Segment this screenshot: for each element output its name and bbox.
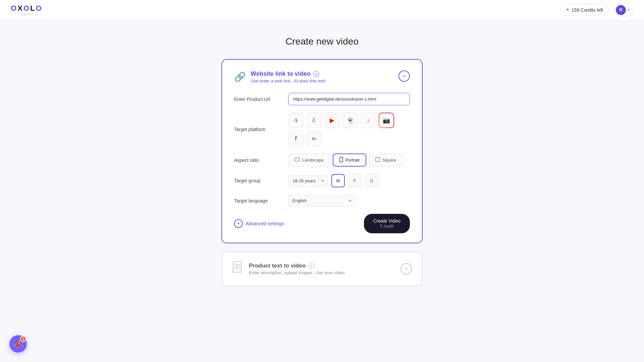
aspect-portrait[interactable]: Portrait [333,154,366,167]
url-label: Enter Product Url [234,97,283,102]
advanced-settings-label: Advanced settings [246,221,284,226]
aspect-buttons: Landscape Portrait Square [288,154,410,167]
square-label: Square [382,158,396,163]
platform-row: Target platform A E ▶ 👻 ♪ 📷 [234,113,410,146]
target-group-label: Target group [234,178,283,183]
chevron-down-icon: ▾ [628,8,630,12]
logo: OXOLO BETA [11,4,43,16]
product-text-card-inner: Product text to video i Enter descriptio… [232,261,412,277]
facebook-icon: f [295,135,297,142]
platform-icons: A E ▶ 👻 ♪ 📷 f [288,113,410,146]
url-input-wrapper [288,93,410,105]
url-input[interactable] [288,93,410,105]
svg-rect-2 [376,158,380,162]
advanced-settings-button[interactable]: + Advanced settings [234,219,284,228]
website-link-card: 🔗 Website link to video i Just enter a w… [221,59,423,243]
age-select[interactable]: 18-29 years 30-44 years 45-60 years 60+ … [288,175,328,187]
card-footer: + Advanced settings Create Video 5 credi… [234,214,410,233]
aspect-square[interactable]: Square [369,154,403,167]
product-text-card-text: Product text to video i Enter descriptio… [249,262,344,275]
portrait-icon [339,157,343,163]
card-title: Website link to video i [251,70,326,77]
platform-label: Target platform [234,127,283,132]
header: OXOLO BETA + 159 Credits left R ▾ [0,0,644,20]
create-btn-line2: 5 credit [373,224,400,229]
platform-facebook[interactable]: f [288,131,304,146]
url-row: Enter Product Url [234,93,410,105]
target-group-row: Target group 18-29 years 30-44 years 45-… [234,174,410,187]
credits-label: 159 Credits left [572,7,603,13]
plus-icon: + [566,6,570,13]
notification-bubble[interactable]: 📣 9 [9,335,27,353]
tiktok-icon: ♪ [367,117,370,124]
aspect-row: Aspect ratio Landscape Portrait [234,154,410,167]
square-icon [375,157,380,163]
product-text-card: Product text to video i Enter descriptio… [221,251,423,286]
create-video-button[interactable]: Create Video 5 credit [364,214,410,233]
gender-male[interactable]: M [331,174,345,187]
instagram-icon: 📷 [383,117,390,124]
main-content: Create new video 🔗 Website link to video… [0,20,644,300]
gender-diverse[interactable]: D [365,174,378,187]
product-text-card-left: Product text to video i Enter descriptio… [232,261,344,277]
platform-amazon[interactable]: A [288,113,304,128]
card-header: 🔗 Website link to video i Just enter a w… [234,70,410,83]
platform-etsy[interactable]: E [306,113,322,128]
platform-snapchat[interactable]: 👻 [342,113,358,128]
landscape-label: Landscape [302,158,324,163]
document-icon [232,261,244,277]
etsy-icon: E [312,117,316,124]
aspect-label: Aspect ratio [234,158,283,163]
plus-circle-icon: + [234,219,243,228]
language-row: Target language English German French Sp… [234,195,410,206]
gender-female[interactable]: F [348,174,362,187]
product-text-title: Product text to video i [249,262,344,269]
youtube-icon: ▶ [330,117,334,124]
language-select-wrapper: English German French Spanish [288,195,410,206]
landscape-icon [294,158,300,163]
language-select[interactable]: English German French Spanish [288,195,355,206]
credits-button[interactable]: + 159 Credits left [560,4,609,16]
platform-tiktok[interactable]: ♪ [361,113,376,128]
snapchat-icon: 👻 [346,117,354,124]
info-icon[interactable]: i [313,71,319,77]
aspect-landscape[interactable]: Landscape [288,154,330,167]
amazon-icon: A [294,117,298,123]
card-header-left: 🔗 Website link to video i Just enter a w… [234,70,326,83]
card-title-block: Website link to video i Just enter a web… [251,70,326,83]
portrait-label: Portrait [345,158,360,163]
language-label: Target language [234,198,283,203]
create-btn-line1: Create Video [373,218,400,224]
card-subtitle: Just enter a web link - AI does the rest… [251,78,326,83]
page-title: Create new video [285,36,359,47]
notification-badge: 9 [20,336,26,342]
user-menu-button[interactable]: R ▾ [614,3,633,17]
target-group-controls: 18-29 years 30-44 years 45-60 years 60+ … [288,174,410,187]
collapse-button[interactable]: − [398,70,410,82]
expand-button[interactable]: + [400,263,412,275]
platform-youtube[interactable]: ▶ [324,113,340,128]
header-right: + 159 Credits left R ▾ [560,3,633,17]
avatar: R [616,5,626,15]
product-info-icon[interactable]: i [308,263,314,269]
platform-instagram[interactable]: 📷 [379,113,394,128]
svg-rect-0 [295,158,300,161]
link-icon: 🔗 [234,71,246,82]
logo-wordmark: OXOLO [11,4,43,13]
svg-rect-1 [340,157,343,162]
product-text-subtitle: Enter description, upload images - Get y… [249,270,344,275]
logo-beta: BETA [21,13,32,16]
linkedin-icon: in [312,136,316,141]
platform-linkedin[interactable]: in [306,131,322,146]
